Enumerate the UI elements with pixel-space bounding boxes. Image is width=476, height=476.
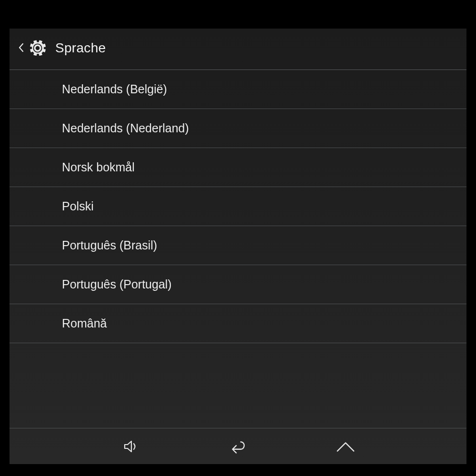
language-item-polski[interactable]: Polski [10,187,466,226]
list-item-label: Nederlands (België) [62,82,167,96]
volume-button[interactable] [119,438,141,455]
list-item-label: Português (Portugal) [62,278,172,291]
home-button[interactable] [335,438,357,455]
language-item-nederlands-nederland[interactable]: Nederlands (Nederland) [10,109,466,148]
back-chevron-icon[interactable] [18,42,24,54]
list-item-label: Norsk bokmål [62,160,135,174]
language-item-romana[interactable]: Română [10,304,466,343]
list-item-label: Nederlands (Nederland) [62,121,189,135]
list-item-label: Português (Brasil) [62,238,157,252]
navigation-bar [10,428,466,464]
language-item-norsk-bokmal[interactable]: Norsk bokmål [10,148,466,187]
language-list: Nederlands (België) Nederlands (Nederlan… [10,70,466,428]
list-item-label: Română [62,317,107,330]
page-title: Sprache [55,40,106,56]
header: Sprache [10,29,466,70]
language-item-portugues-brasil[interactable]: Português (Brasil) [10,226,466,265]
back-button[interactable] [227,438,249,455]
settings-gear-icon [27,37,49,59]
language-item-portugues-portugal[interactable]: Português (Portugal) [10,265,466,304]
language-item-nederlands-belgie[interactable]: Nederlands (België) [10,70,466,109]
settings-screen: Sprache Nederlands (België) Nederlands (… [10,29,466,464]
list-item-label: Polski [62,199,94,213]
